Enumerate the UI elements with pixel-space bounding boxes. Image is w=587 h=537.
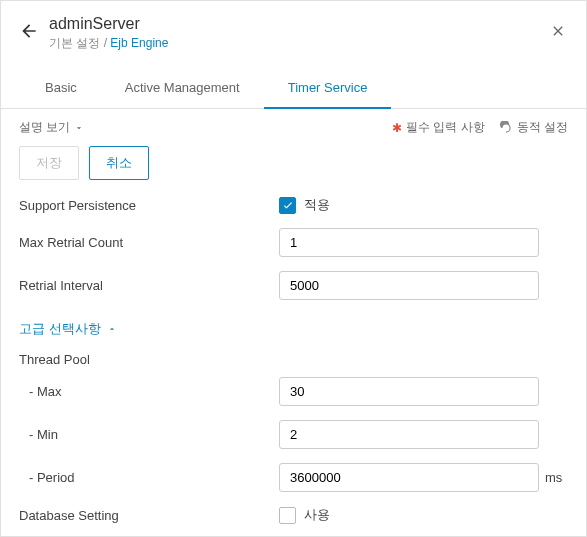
checkbox-support-persistence[interactable] [279,197,296,214]
chevron-down-icon [74,123,84,133]
close-button[interactable] [546,19,570,43]
checkbox-label-use: 사용 [304,506,330,524]
label-thread-pool: Thread Pool [1,352,586,377]
arrow-left-icon [19,21,39,41]
tab-bar: Basic Active Management Timer Service [1,70,586,109]
breadcrumb: 기본 설정 / Ejb Engine [49,35,546,52]
page-title: adminServer [49,15,546,33]
label-max-retrial-count: Max Retrial Count [19,235,279,250]
close-icon [550,23,566,39]
breadcrumb-current[interactable]: Ejb Engine [110,36,168,50]
label-thread-period: - Period [19,470,279,485]
label-thread-max: - Max [19,384,279,399]
input-thread-min[interactable] [279,420,539,449]
refresh-icon [499,121,513,135]
input-retrial-interval[interactable] [279,271,539,300]
input-thread-period[interactable] [279,463,539,492]
cancel-button[interactable]: 취소 [89,146,149,180]
tab-basic[interactable]: Basic [21,70,101,109]
advanced-section-toggle[interactable]: 고급 선택사항 [1,314,586,352]
label-thread-min: - Min [19,427,279,442]
back-button[interactable] [17,19,41,43]
unit-ms: ms [545,470,562,485]
check-icon [282,199,294,211]
chevron-up-icon [107,324,117,334]
input-max-retrial-count[interactable] [279,228,539,257]
required-star-icon: ✱ [392,121,402,135]
breadcrumb-root: 기본 설정 [49,36,100,50]
checkbox-database-setting[interactable] [279,507,296,524]
input-thread-max[interactable] [279,377,539,406]
tab-timer-service[interactable]: Timer Service [264,70,392,109]
checkbox-label-apply: 적용 [304,196,330,214]
label-support-persistence: Support Persistence [19,198,279,213]
view-description-toggle[interactable]: 설명 보기 [19,119,84,136]
tab-active-management[interactable]: Active Management [101,70,264,109]
save-button: 저장 [19,146,79,180]
dynamic-legend: 동적 설정 [499,119,568,136]
label-database-setting: Database Setting [19,508,279,523]
required-legend: 필수 입력 사항 [406,119,485,136]
label-retrial-interval: Retrial Interval [19,278,279,293]
